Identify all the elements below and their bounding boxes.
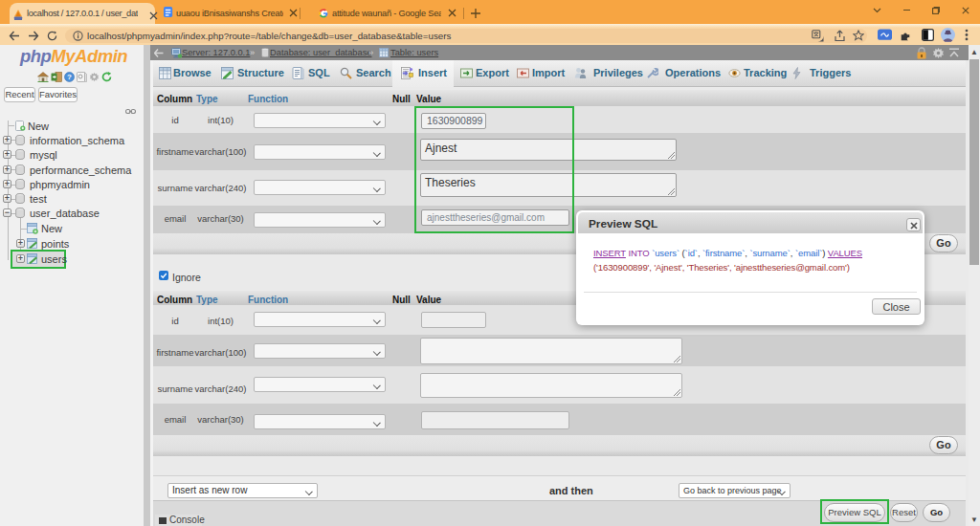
svg-text:?: ? [67, 73, 72, 81]
